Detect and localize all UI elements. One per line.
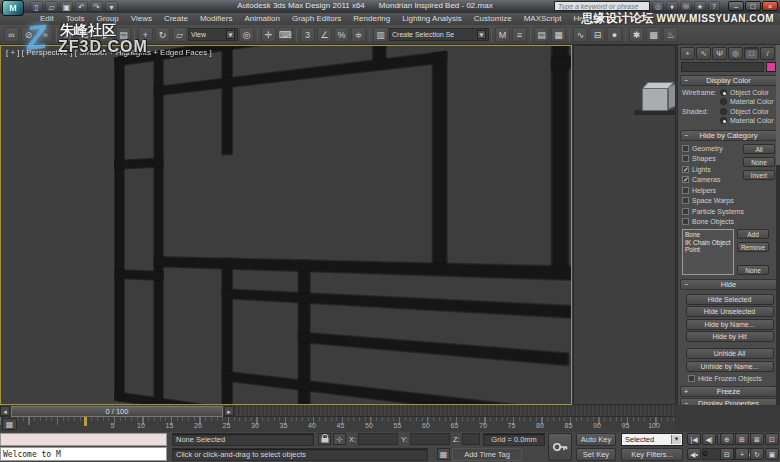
menu-item-views[interactable]: Views bbox=[125, 13, 158, 25]
mondrian-bed-frame[interactable] bbox=[115, 45, 572, 405]
auto-key-button[interactable]: Auto Key bbox=[576, 433, 616, 446]
minimize-button[interactable]: – bbox=[728, 1, 744, 11]
align-icon[interactable]: ≡ bbox=[512, 27, 527, 42]
pan-icon[interactable]: + bbox=[735, 448, 749, 460]
secondary-viewport[interactable] bbox=[573, 45, 676, 405]
menu-item-animation[interactable]: Animation bbox=[238, 13, 286, 25]
x-coordinate-field[interactable] bbox=[358, 433, 398, 445]
tab-utilities-icon[interactable]: / bbox=[760, 47, 775, 60]
listbox-item[interactable]: Bone bbox=[685, 231, 731, 239]
category-space-warps[interactable]: Space Warps bbox=[682, 196, 777, 207]
invert-button[interactable]: Invert bbox=[743, 170, 775, 180]
menu-item-maxscript[interactable]: MAXScript bbox=[518, 13, 568, 25]
add-time-tag[interactable]: Add Time Tag bbox=[452, 448, 522, 461]
render-production-icon[interactable]: ♨ bbox=[663, 27, 678, 42]
remove-list-button[interactable]: Remove bbox=[737, 242, 769, 252]
menu-item-group[interactable]: Group bbox=[90, 13, 124, 25]
maximize-viewport-toggle-icon[interactable]: ▣ bbox=[765, 448, 779, 460]
checkbox-icon[interactable] bbox=[682, 218, 689, 225]
menu-item-modifiers[interactable]: Modifiers bbox=[194, 13, 238, 25]
none-button[interactable]: None bbox=[743, 157, 775, 167]
hide-unselectedbutton[interactable]: Hide Unselected bbox=[686, 306, 774, 317]
curve-editor-icon[interactable]: ∿ bbox=[573, 27, 588, 42]
selection-lock-icon[interactable] bbox=[318, 433, 331, 445]
tab-hierarchy-icon[interactable]: Ψ bbox=[712, 47, 727, 60]
select-and-move-icon[interactable]: + bbox=[138, 27, 153, 42]
unhide-by-name-button[interactable]: Unhide by Name... bbox=[686, 361, 774, 372]
edit-named-selections-icon[interactable]: ▥ bbox=[373, 27, 388, 42]
category-particle-systems[interactable]: Particle Systems bbox=[682, 206, 777, 217]
listbox-item[interactable]: IK Chain Object bbox=[685, 239, 731, 247]
selection-set-dropdown[interactable]: Selected ▼ bbox=[621, 433, 683, 446]
favorites-star-icon[interactable]: ★ bbox=[694, 1, 706, 11]
current-frame-marker[interactable] bbox=[84, 417, 87, 426]
named-selection-set-dropdown[interactable]: Create Selection Se▼ bbox=[389, 28, 489, 41]
render-setup-icon[interactable]: ✱ bbox=[629, 27, 644, 42]
select-and-manipulate-icon[interactable]: ✛ bbox=[261, 27, 276, 42]
previous-frame-button[interactable]: ◀| bbox=[702, 433, 716, 445]
search-icon[interactable]: ◎ bbox=[652, 1, 664, 11]
radio-icon[interactable] bbox=[720, 108, 727, 115]
zoom-region-icon[interactable]: ⊟ bbox=[720, 448, 734, 460]
listbox-item[interactable]: Point bbox=[685, 246, 731, 254]
category-helpers[interactable]: Helpers bbox=[682, 185, 777, 196]
rollout-display-color[interactable]: − Display Color bbox=[680, 75, 777, 86]
checkbox-icon[interactable] bbox=[682, 145, 689, 152]
hide-selectedbutton[interactable]: Hide Selected bbox=[686, 294, 774, 305]
menu-item-rendering[interactable]: Rendering bbox=[347, 13, 396, 25]
rollout-freeze[interactable]: + Freeze bbox=[680, 386, 777, 397]
application-menu-button[interactable]: M bbox=[2, 0, 24, 16]
spinner-snap-icon[interactable]: ≑ bbox=[351, 27, 366, 42]
snaps-toggle-icon[interactable]: 3 bbox=[300, 27, 315, 42]
use-pivot-center-icon[interactable]: ◎ bbox=[239, 27, 254, 42]
checkbox-icon[interactable]: ✓ bbox=[682, 176, 689, 183]
checkbox-icon[interactable] bbox=[682, 187, 689, 194]
angle-snap-icon[interactable]: ∠ bbox=[317, 27, 332, 42]
time-slider-track[interactable]: ◂ 0 / 100 ▸ bbox=[0, 405, 676, 417]
cube-object[interactable] bbox=[638, 74, 676, 120]
checkbox-icon[interactable] bbox=[682, 155, 689, 162]
radio-option[interactable]: Object Color bbox=[720, 88, 774, 97]
y-coordinate-field[interactable] bbox=[410, 433, 450, 445]
radio-option[interactable]: Object Color bbox=[720, 107, 774, 116]
rollout-hide-by-category[interactable]: − Hide by Category bbox=[680, 130, 777, 141]
keyboard-override-icon[interactable]: ⌨ bbox=[278, 27, 293, 42]
radio-option[interactable]: Material Color bbox=[720, 97, 774, 106]
category-listbox[interactable]: BoneIK Chain ObjectPoint bbox=[682, 229, 734, 275]
help-icon[interactable]: ? bbox=[708, 1, 720, 11]
set-keys-button[interactable] bbox=[548, 433, 572, 461]
quick-access-save-file-icon[interactable]: ▣ bbox=[60, 1, 73, 12]
menu-item-customize[interactable]: Customize bbox=[468, 13, 518, 25]
checkbox-icon[interactable] bbox=[682, 197, 689, 204]
perspective-viewport[interactable]: [ + ] [ Perspective ] [ Smooth + Highlig… bbox=[0, 45, 572, 405]
select-object-icon[interactable]: ▶ bbox=[99, 27, 114, 42]
select-by-name-icon[interactable]: ▤ bbox=[116, 27, 131, 42]
command-panel-scrollbar[interactable] bbox=[776, 45, 780, 405]
checkbox-icon[interactable]: ✓ bbox=[682, 166, 689, 173]
zoom-all-icon[interactable]: ⊞ bbox=[735, 433, 749, 445]
time-tag-icon[interactable]: ▦ bbox=[437, 448, 450, 460]
go-to-start-button[interactable]: |◀ bbox=[687, 433, 701, 445]
radio-icon[interactable] bbox=[720, 89, 727, 96]
none-list-button[interactable]: None bbox=[737, 265, 769, 275]
track-bar[interactable]: ▦ 51015202530354045505560657075808590951… bbox=[0, 417, 676, 432]
orbit-icon[interactable]: ↻ bbox=[750, 448, 764, 460]
select-and-link-icon[interactable]: ∞ bbox=[4, 27, 19, 42]
checkbox-icon[interactable] bbox=[688, 375, 695, 382]
quick-access-new-scene-icon[interactable]: ▯ bbox=[30, 1, 43, 12]
zoom-extents-icon[interactable]: ⊠ bbox=[750, 433, 764, 445]
set-key-button[interactable]: Set Key bbox=[576, 448, 616, 461]
close-button[interactable]: × bbox=[762, 1, 778, 11]
graphite-modeling-icon[interactable]: ▦ bbox=[551, 27, 566, 42]
quick-access-workspace-dropdown-icon[interactable]: ▾ bbox=[105, 1, 118, 12]
bind-to-space-warp-icon[interactable]: ≈ bbox=[38, 27, 53, 42]
subscription-center-icon[interactable]: ♦ bbox=[666, 1, 678, 11]
hide-frozen-objects-row[interactable]: Hide Frozen Objects bbox=[688, 375, 777, 382]
tab-display-icon[interactable]: □ bbox=[744, 47, 759, 60]
time-slider-left-arrow[interactable]: ◂ bbox=[0, 406, 10, 416]
maxscript-mini-listener[interactable]: Welcome to M bbox=[0, 447, 167, 461]
percent-snap-icon[interactable]: % bbox=[334, 27, 349, 42]
viewport-label[interactable]: [ + ] [ Perspective ] [ Smooth + Highlig… bbox=[6, 48, 212, 57]
maxscript-mini-listener-macro[interactable] bbox=[0, 433, 167, 446]
quick-access-open-file-icon[interactable]: ▱ bbox=[45, 1, 58, 12]
